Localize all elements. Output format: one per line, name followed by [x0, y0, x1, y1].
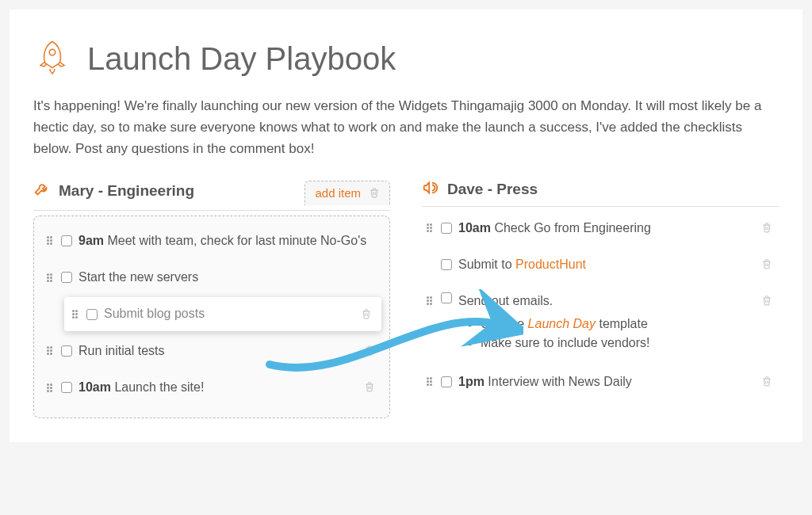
item-text: Submit to ProductHunt — [458, 256, 755, 273]
trash-icon[interactable] — [361, 307, 373, 322]
checkbox[interactable] — [61, 382, 72, 393]
column-header-left: Mary - Engineering add item — [33, 179, 390, 211]
drag-handle-icon[interactable] — [72, 308, 80, 321]
drag-handle-icon[interactable] — [47, 345, 55, 357]
trash-icon[interactable] — [369, 186, 381, 200]
drag-handle-icon[interactable] — [427, 222, 435, 235]
drag-handle-icon[interactable] — [47, 235, 55, 247]
checklist-item[interactable]: 10am Check Go from Engineering — [422, 212, 779, 245]
add-item-wrap: add item — [304, 181, 390, 205]
checklist-item[interactable]: 9am Meet with team, check for last minut… — [42, 224, 381, 258]
checklist-column-left: Mary - Engineering add item 9am Meet wit… — [33, 179, 390, 418]
wrench-icon — [33, 181, 51, 201]
trash-icon[interactable] — [761, 258, 774, 272]
launch-day-template-link[interactable]: Launch Day — [528, 317, 596, 330]
checklist-item[interactable]: 10am Launch the site! — [42, 371, 381, 404]
drag-handle-icon[interactable] — [47, 381, 55, 394]
intro-text: It's happening! We're finally launching … — [33, 95, 779, 160]
checkbox[interactable] — [441, 376, 452, 387]
checkbox[interactable] — [441, 259, 452, 270]
drag-handle-icon[interactable] — [47, 271, 55, 284]
checkbox[interactable] — [441, 223, 452, 234]
rocket-icon — [33, 38, 71, 79]
checklist-columns: Mary - Engineering add item 9am Meet wit… — [33, 179, 779, 418]
checklist-item-dragging[interactable]: Submit blog posts — [64, 297, 381, 330]
column-title-right: Dave - Press — [447, 181, 538, 198]
item-text: Start the new servers — [79, 269, 377, 286]
checklist-item[interactable]: Send out emails. Use the Launch Day temp… — [422, 284, 779, 361]
checklist-item[interactable]: Submit to ProductHunt — [422, 248, 779, 281]
checkbox[interactable] — [86, 309, 98, 320]
checklist-item[interactable]: 1pm Interview with News Daily — [422, 365, 779, 399]
trash-icon[interactable] — [761, 294, 774, 308]
item-text: 10am Launch the site! — [79, 379, 358, 396]
item-text: Submit blog posts — [104, 305, 354, 322]
drag-handle-icon[interactable] — [427, 294, 435, 307]
trash-icon[interactable] — [761, 221, 774, 235]
item-text: Run initial tests — [79, 342, 358, 360]
checkbox[interactable] — [61, 345, 72, 357]
item-text: 10am Check Go from Engineering — [458, 219, 755, 237]
trash-icon[interactable] — [364, 380, 377, 395]
page-title: Launch Day Playbook — [87, 41, 396, 77]
checklist-right-body: 10am Check Go from Engineering Submit to… — [422, 212, 779, 399]
add-item-button[interactable]: add item — [315, 186, 361, 200]
checkbox[interactable] — [61, 235, 72, 246]
checklist-column-right: Dave - Press 10am Check Go from Engineer… — [422, 179, 779, 418]
item-text: 9am Meet with team, check for last minut… — [79, 232, 377, 250]
drag-handle-icon[interactable] — [427, 376, 435, 388]
column-header-right: Dave - Press — [422, 179, 779, 207]
bullhorn-icon — [422, 179, 439, 200]
page-header: Launch Day Playbook — [33, 38, 779, 79]
product-hunt-link[interactable]: ProductHunt — [515, 258, 586, 271]
checklist-item[interactable]: Run initial tests — [42, 334, 381, 368]
item-text: Send out emails. Use the Launch Day temp… — [458, 292, 755, 353]
checklist-item[interactable]: Start the new servers — [42, 261, 381, 294]
item-sub-bullets: Use the Launch Day template Make sure to… — [481, 315, 755, 353]
checklist-left-body: 9am Meet with team, check for last minut… — [33, 216, 390, 418]
svg-point-0 — [49, 49, 56, 55]
trash-icon[interactable] — [364, 344, 377, 358]
checkbox[interactable] — [441, 292, 452, 303]
sub-bullet: Make sure to include vendors! — [481, 334, 755, 352]
item-text: 1pm Interview with News Daily — [458, 373, 755, 391]
trash-icon[interactable] — [761, 375, 774, 389]
sub-bullet: Use the Launch Day template — [481, 315, 755, 333]
page-card: Launch Day Playbook It's happening! We'r… — [10, 10, 802, 442]
column-title-left: Mary - Engineering — [59, 182, 194, 200]
checkbox[interactable] — [61, 272, 72, 283]
